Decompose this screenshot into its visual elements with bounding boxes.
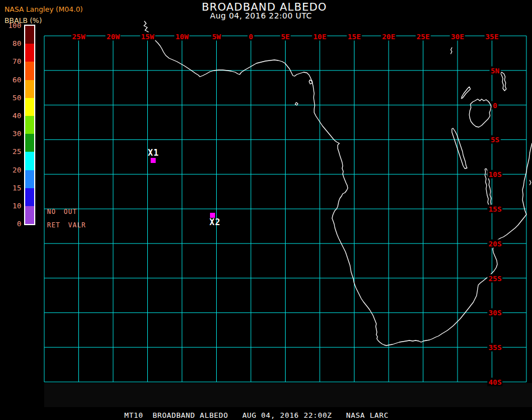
longitude-label: 10E xyxy=(312,32,327,41)
latitude-label: 5N xyxy=(489,66,501,74)
longitude-label: 5E xyxy=(280,32,291,41)
legend-no: NO xyxy=(47,208,56,216)
legend-row-2: RETVALR xyxy=(47,221,86,235)
marker-dot-x1 xyxy=(151,158,156,163)
longitude-label: 25W xyxy=(71,32,86,41)
longitude-label: 30E xyxy=(450,32,465,41)
no-retrieval-legend: NOOUT RETVALR xyxy=(47,208,86,235)
latitude-label: 10S xyxy=(487,170,502,179)
longitude-label: 15E xyxy=(347,32,362,41)
legend-row-1: NOOUT xyxy=(47,208,86,221)
latitude-label: 25S xyxy=(487,274,502,282)
lake-tanganyika xyxy=(452,128,467,169)
legend-ret: RET xyxy=(47,221,60,229)
longitude-label: 20E xyxy=(381,32,396,41)
longitude-label: 5W xyxy=(211,32,222,41)
longitude-label: 35E xyxy=(484,32,500,41)
marker-label-x1: X1 xyxy=(148,149,159,157)
longitude-label: 25E xyxy=(416,32,431,41)
sao-tome-island xyxy=(295,102,298,105)
legend-valr: VALR xyxy=(68,221,86,229)
longitude-label: 0 xyxy=(248,32,254,41)
lake-victoria xyxy=(469,99,491,127)
latitude-label: 20S xyxy=(487,239,502,248)
albedo-map-screen: BROADBAND ALBEDO Aug 04, 2016 22:00 UTC … xyxy=(0,0,532,420)
latitude-label: 5S xyxy=(489,136,501,144)
lake-turkana xyxy=(501,72,506,91)
footer-status-line: MT10 BROADBAND ALBEDO AUG 04, 2016 22:00… xyxy=(124,411,389,419)
legend-out: OUT xyxy=(64,208,77,216)
coastal-islet xyxy=(530,180,531,185)
marker-label-x2: X2 xyxy=(209,218,221,227)
latitude-label: 30S xyxy=(487,309,502,317)
nile-segment xyxy=(451,48,452,54)
latitude-label: 40S xyxy=(487,378,502,386)
lake-albert xyxy=(461,87,470,99)
longitude-label: 20W xyxy=(105,32,120,41)
latitude-label: 0 xyxy=(492,101,498,109)
africa-coastline xyxy=(144,21,532,346)
longitude-label: 10W xyxy=(174,32,189,41)
longitude-label: 15W xyxy=(140,32,155,41)
latitude-label: 35S xyxy=(487,343,502,352)
latitude-label: 15S xyxy=(487,205,502,213)
bioko-island xyxy=(309,80,312,84)
